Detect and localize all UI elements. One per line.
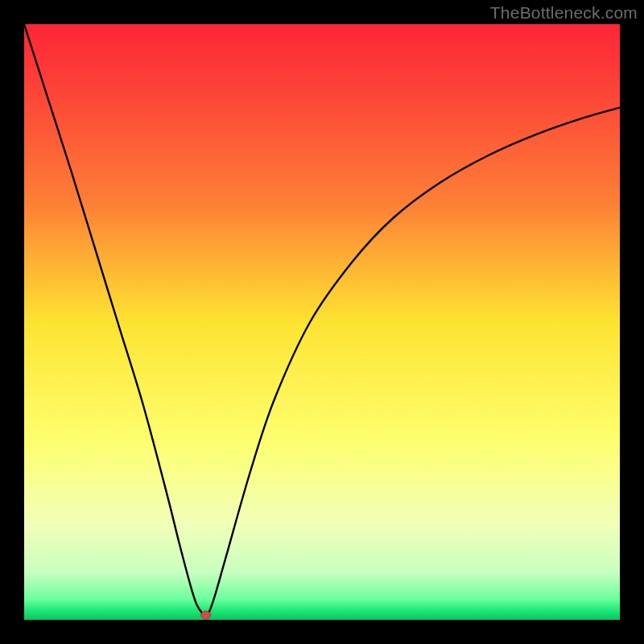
watermark-text: TheBottleneck.com [490, 3, 638, 23]
chart-container: { "watermark": "TheBottleneck.com", "col… [0, 0, 644, 644]
gradient-background [24, 24, 620, 620]
min-marker [201, 611, 211, 619]
plot-svg [24, 24, 620, 620]
plot-area [24, 24, 620, 620]
